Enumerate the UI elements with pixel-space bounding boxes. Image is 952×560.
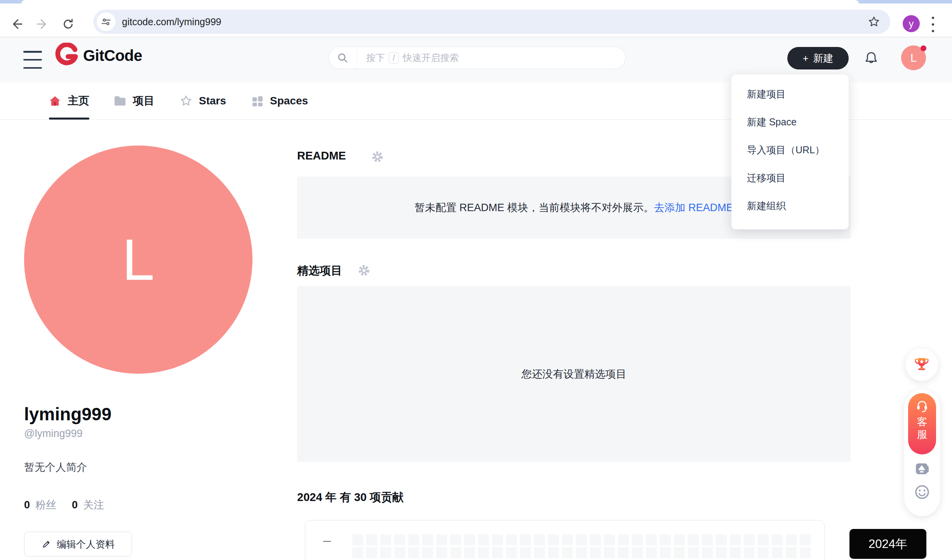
pencil-icon bbox=[41, 539, 51, 549]
contrib-grid-row bbox=[352, 534, 811, 545]
feedback-smiley-icon[interactable] bbox=[914, 484, 930, 500]
spaces-grid-icon bbox=[251, 95, 263, 107]
contrib-cell bbox=[744, 547, 755, 558]
contrib-cell bbox=[674, 534, 685, 545]
slash-key-hint: / bbox=[389, 52, 399, 64]
contrib-cell bbox=[562, 547, 573, 558]
hamburger-menu-icon[interactable] bbox=[23, 51, 42, 69]
contrib-cell bbox=[688, 547, 699, 558]
customer-service-button[interactable]: 客服 bbox=[908, 393, 936, 454]
contrib-cell bbox=[716, 547, 727, 558]
new-menu-dropdown: 新建项目 新建 Space 导入项目（URL） 迁移项目 新建组织 bbox=[731, 75, 849, 229]
contrib-cell bbox=[646, 534, 657, 545]
year-filter-button[interactable]: 2024年 bbox=[849, 529, 926, 559]
tab-projects[interactable]: 项目 bbox=[114, 82, 155, 120]
contrib-cell bbox=[366, 547, 377, 558]
assistant-widget-icon[interactable] bbox=[914, 461, 931, 477]
tab-spaces[interactable]: Spaces bbox=[251, 82, 308, 120]
featured-settings-gear-icon[interactable] bbox=[357, 264, 371, 277]
following-link[interactable]: 关注 bbox=[83, 498, 104, 512]
menu-item-new-project[interactable]: 新建项目 bbox=[731, 80, 849, 108]
contrib-cell bbox=[632, 547, 643, 558]
contrib-cell bbox=[506, 534, 517, 545]
user-avatar[interactable]: L bbox=[901, 45, 926, 70]
contrib-cell bbox=[520, 534, 531, 545]
contrib-cell bbox=[548, 534, 559, 545]
contrib-cell bbox=[576, 534, 587, 545]
add-readme-link[interactable]: 去添加 README bbox=[654, 202, 733, 213]
contrib-cell bbox=[534, 534, 545, 545]
browser-menu-icon[interactable] bbox=[931, 17, 935, 32]
contrib-cell bbox=[492, 547, 503, 558]
readme-empty-text: 暂未配置 README 模块，当前模块将不对外展示。去添加 README bbox=[414, 201, 733, 215]
contrib-cell bbox=[800, 547, 811, 558]
contrib-cell bbox=[660, 534, 671, 545]
contrib-grid-row bbox=[352, 547, 811, 558]
contrib-cell bbox=[660, 547, 671, 558]
contrib-cell bbox=[422, 534, 433, 545]
contrib-cell bbox=[688, 534, 699, 545]
contrib-cell bbox=[436, 547, 447, 558]
gitcode-profile-page: gitcode.com/lyming999 y GitCode 按下 / 快速开… bbox=[0, 0, 952, 560]
readme-title: README bbox=[297, 149, 346, 162]
readme-settings-gear-icon[interactable] bbox=[371, 150, 384, 163]
search-input[interactable]: 按下 / 快速开启搜索 bbox=[328, 47, 626, 69]
contrib-cell bbox=[352, 547, 363, 558]
contributions-title: 2024 年 有 30 项贡献 bbox=[297, 490, 404, 505]
edit-profile-button[interactable]: 编辑个人资料 bbox=[24, 532, 132, 557]
browser-profile-avatar[interactable]: y bbox=[903, 15, 920, 32]
contrib-cell bbox=[772, 547, 783, 558]
browser-active-tab[interactable] bbox=[21, 0, 859, 3]
contrib-cell bbox=[380, 547, 391, 558]
contrib-cell bbox=[394, 547, 405, 558]
customer-service-label: 客服 bbox=[916, 416, 928, 441]
contrib-cell bbox=[366, 534, 377, 545]
star-icon bbox=[180, 95, 192, 107]
menu-item-migrate-project[interactable]: 迁移项目 bbox=[731, 164, 849, 192]
contrib-cell bbox=[380, 534, 391, 545]
search-placeholder: 按下 / 快速开启搜索 bbox=[366, 52, 459, 64]
back-arrow-icon bbox=[10, 17, 24, 31]
trophy-fab[interactable] bbox=[905, 348, 938, 381]
profile-stats: 0 粉丝 0 关注 bbox=[24, 498, 114, 512]
menu-item-new-org[interactable]: 新建组织 bbox=[731, 192, 849, 220]
new-button[interactable]: + 新建 bbox=[787, 47, 849, 69]
menu-item-new-space[interactable]: 新建 Space bbox=[731, 108, 849, 136]
contrib-cell bbox=[744, 534, 755, 545]
contrib-cell bbox=[464, 534, 475, 545]
profile-avatar: L bbox=[24, 146, 252, 374]
menu-item-import-project[interactable]: 导入项目（URL） bbox=[731, 136, 849, 164]
contrib-cell bbox=[786, 547, 797, 558]
bookmark-star-icon[interactable] bbox=[868, 16, 880, 28]
contrib-cell bbox=[464, 547, 475, 558]
plus-icon: + bbox=[802, 52, 808, 64]
tab-stars[interactable]: Stars bbox=[180, 82, 226, 120]
contrib-cell bbox=[520, 547, 531, 558]
gitcode-logo[interactable]: GitCode bbox=[54, 43, 142, 68]
contrib-cell bbox=[772, 534, 783, 545]
tab-home[interactable]: 主页 bbox=[49, 82, 89, 120]
site-settings-icon[interactable] bbox=[97, 12, 115, 31]
profile-bio: 暂无个人简介 bbox=[24, 460, 87, 474]
search-divider bbox=[357, 47, 357, 69]
contrib-cell bbox=[422, 547, 433, 558]
notifications-bell-icon[interactable] bbox=[863, 50, 880, 67]
back-button[interactable] bbox=[10, 17, 24, 31]
gitcode-logo-icon bbox=[54, 43, 79, 68]
contrib-cell bbox=[632, 534, 643, 545]
followers-link[interactable]: 粉丝 bbox=[35, 498, 56, 512]
contrib-cell bbox=[408, 534, 419, 545]
address-bar[interactable]: gitcode.com/lyming999 bbox=[93, 10, 890, 34]
contrib-cell bbox=[604, 547, 615, 558]
featured-empty-text: 您还没有设置精选项目 bbox=[522, 367, 627, 381]
contrib-grid bbox=[352, 534, 811, 560]
contrib-cell bbox=[534, 547, 545, 558]
contrib-cell bbox=[590, 534, 601, 545]
contrib-cell bbox=[408, 547, 419, 558]
forward-button[interactable] bbox=[35, 17, 49, 31]
contrib-cell bbox=[716, 534, 727, 545]
contrib-cell bbox=[730, 534, 741, 545]
contrib-cell bbox=[786, 534, 797, 545]
contrib-cell bbox=[450, 534, 461, 545]
reload-button[interactable] bbox=[61, 17, 75, 31]
